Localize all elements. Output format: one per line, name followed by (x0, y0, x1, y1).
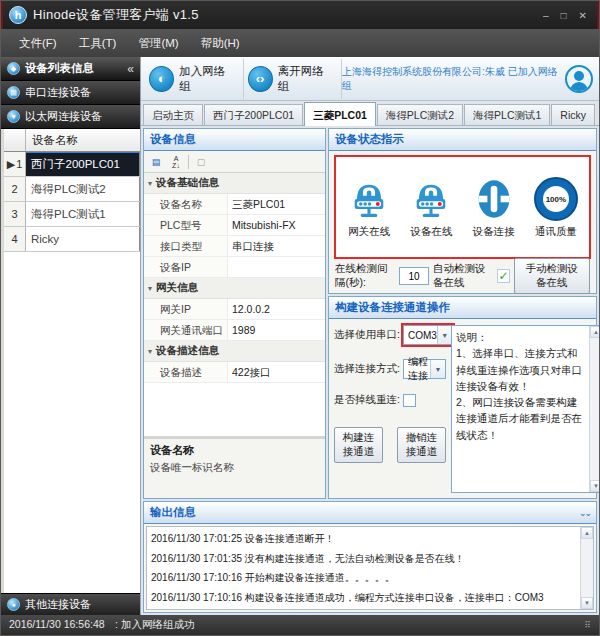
sidebar-header: ◆ 设备列表信息 « (1, 57, 140, 81)
tab-mitsubishi-plc[interactable]: 三菱PLC01 (304, 102, 376, 126)
close-button[interactable]: ✕ (579, 10, 587, 21)
scroll-down-icon[interactable]: ▼ (590, 480, 600, 492)
chevron-down-icon: ▾ (148, 284, 152, 293)
property-description: 设备名称 设备唯一标识名称 (144, 436, 325, 498)
row-marker-icon: ▶ (7, 158, 15, 171)
scroll-up-icon[interactable]: ▲ (590, 326, 600, 338)
table-row[interactable]: 2 海得PLC测试2 (4, 177, 140, 202)
device-link-icon (472, 177, 516, 221)
gateway-online-icon (347, 177, 391, 221)
output-panel-header: 输出信息 ⌄⌄ (144, 502, 596, 524)
tab-hinode-test1[interactable]: 海得PLC测试1 (464, 104, 550, 125)
device-link-indicator: 设备连接 (463, 177, 525, 239)
tab-ricky[interactable]: Ricky (551, 104, 595, 125)
sidebar-item-other-devices[interactable]: ● 其他连接设备 (1, 593, 140, 615)
tab-home[interactable]: 启动主页 (143, 104, 203, 125)
menu-tools[interactable]: 工具(T) (69, 32, 127, 55)
property-row[interactable]: PLC型号Mitsubishi-FX (144, 215, 325, 236)
log-line: 2016/11/30 17:10:16 开始构建设备连接通道。。。。。 (151, 568, 576, 588)
property-row[interactable]: 设备名称三菱PLC01 (144, 194, 325, 215)
device-table-header[interactable]: 设备名称 (4, 129, 140, 152)
leave-group-icon: ‹› (248, 66, 273, 92)
sidebar-item-ethernet-devices[interactable]: ♥ 以太网连接设备 (1, 105, 140, 129)
note-line: 说明： (456, 329, 585, 345)
table-row[interactable]: 4 Ricky (4, 227, 140, 252)
auto-detect-label: 自动检测设备在线 (433, 262, 493, 290)
manual-detect-button[interactable]: 手动检测设备在线 (514, 258, 590, 294)
note-scrollbar[interactable]: ▲ ▼ (589, 326, 600, 492)
sidebar-item-serial-devices[interactable]: ▤ 串口连接设备 (1, 81, 140, 105)
table-row[interactable]: ▶1 西门子200PLC01 (4, 152, 140, 177)
table-row[interactable]: 3 海得PLC测试1 (4, 202, 140, 227)
note-line: 2、网口连接设备需要构建连接通道后才能看到是否在线状态！ (456, 394, 585, 443)
reconnect-checkbox[interactable] (403, 394, 416, 407)
tab-hinode-test2[interactable]: 海得PLC测试2 (377, 104, 463, 125)
user-info-text: 上海海得控制系统股份有限公司:朱威 已加入网络组 (342, 65, 559, 93)
serial-port-select[interactable]: COM3 ▼ (403, 325, 453, 345)
interval-label: 在线检测间隔(秒): (335, 262, 395, 290)
sort-az-icon[interactable]: AZ↓ (168, 154, 184, 170)
join-group-icon: ◐ (149, 66, 174, 92)
device-list-sidebar: ◆ 设备列表信息 « ▤ 串口连接设备 ♥ 以太网连接设备 设备名称 ▶1 西门… (1, 57, 141, 615)
chevron-down-icon: ▾ (148, 179, 152, 188)
status-bar: 2016/11/30 16:56:48 : 加入网络组成功 ⠿ (1, 615, 599, 635)
log-scrollbar[interactable]: ▲ ▼ (580, 527, 593, 609)
other-device-icon: ● (7, 598, 20, 611)
build-channel-button[interactable]: 构建连接通道 (334, 427, 383, 463)
menu-file[interactable]: 文件(F) (9, 32, 67, 55)
quality-indicator: 100% 通讯质量 (525, 177, 587, 239)
reconnect-label: 是否掉线重连: (334, 393, 400, 407)
device-info-panel: 设备信息 ▤ AZ↓ ▢ ▾设备基础信息 设备名称三菱PLC01 PLC型号Mi… (143, 128, 326, 499)
connect-mode-label: 选择连接方式: (334, 362, 400, 376)
instructions-box: 说明： 1、选择串口、连接方式和掉线重连操作选项只对串口连接设备有效！ 2、网口… (451, 325, 600, 493)
device-status-panel: 设备状态指示 (328, 128, 597, 294)
window-title: Hinode设备管理客户端 v1.5 (33, 6, 199, 24)
category-view-icon[interactable]: ▤ (148, 154, 164, 170)
device-table: 设备名称 ▶1 西门子200PLC01 2 海得PLC测试2 3 海得PLC测试… (1, 129, 140, 593)
property-grid-toolbar: ▤ AZ↓ ▢ (144, 151, 325, 173)
menu-bar: 文件(F) 工具(T) 管理(M) 帮助(H) (1, 29, 599, 57)
note-line: 1、选择串口、连接方式和掉线重连操作选项只对串口连接设备有效！ (456, 345, 585, 394)
minimize-button[interactable]: – (543, 10, 549, 21)
category-row[interactable]: ▾设备描述信息 (144, 341, 325, 362)
scroll-up-icon[interactable]: ▲ (581, 527, 593, 539)
property-row[interactable]: 网关通讯端口1989 (144, 320, 325, 341)
app-icon: h (9, 6, 27, 24)
expand-chevrons-icon[interactable]: ⌄⌄ (579, 508, 590, 518)
channel-panel-header: 构建设备连接通道操作 (329, 297, 596, 319)
device-list-icon: ◆ (7, 62, 20, 75)
build-channel-panel: 构建设备连接通道操作 选择使用串口: COM3 ▼ (328, 296, 597, 499)
menu-manage[interactable]: 管理(M) (128, 32, 188, 55)
quality-value: 100% (543, 186, 569, 212)
menu-help[interactable]: 帮助(H) (191, 32, 250, 55)
log-line: 2016/11/30 17:01:35 没有构建连接通道，无法自动检测设备是否在… (151, 549, 576, 569)
property-pages-icon[interactable]: ▢ (193, 154, 209, 170)
gateway-online-indicator: 网关在线 (338, 177, 400, 239)
leave-network-group-button[interactable]: ‹› 离开网络组 (244, 59, 343, 99)
device-online-indicator: 设备在线 (400, 177, 462, 239)
maximize-button[interactable]: □ (561, 10, 567, 21)
revoke-channel-button[interactable]: 撤销连接通道 (397, 427, 446, 463)
collapse-icon[interactable]: « (127, 62, 134, 76)
log-line: 2016/11/30 17:01:25 设备连接通道断开！ (151, 529, 576, 549)
tab-siemens-plc[interactable]: 西门子200PLC01 (204, 104, 303, 125)
category-row[interactable]: ▾网关信息 (144, 278, 325, 299)
property-row[interactable]: 接口类型串口连接 (144, 236, 325, 257)
join-network-group-button[interactable]: ◐ 加入网络组 (145, 59, 244, 99)
serial-device-icon: ▤ (7, 86, 20, 99)
status-indicator-box: 网关在线 (334, 155, 591, 259)
property-row[interactable]: 网关IP12.0.0.2 (144, 299, 325, 320)
ethernet-device-icon: ♥ (7, 110, 20, 123)
property-row[interactable]: 设备IP (144, 257, 325, 278)
serial-port-label: 选择使用串口: (334, 328, 400, 342)
output-panel: 输出信息 ⌄⌄ 2016/11/30 17:01:25 设备连接通道断开！ 20… (143, 501, 597, 613)
category-row[interactable]: ▾设备基础信息 (144, 173, 325, 194)
property-row[interactable]: 设备描述422接口 (144, 362, 325, 383)
connect-mode-select[interactable]: 编程连接 ▼ (403, 359, 446, 379)
scroll-down-icon[interactable]: ▼ (581, 597, 593, 609)
interval-input[interactable] (399, 267, 429, 285)
resize-grip[interactable]: ⠿ (584, 620, 591, 630)
tab-bar: 启动主页 西门子200PLC01 三菱PLC01 海得PLC测试2 海得PLC测… (141, 101, 599, 126)
sidebar-title: 设备列表信息 (25, 61, 94, 76)
auto-detect-checkbox[interactable]: ✓ (497, 269, 509, 283)
